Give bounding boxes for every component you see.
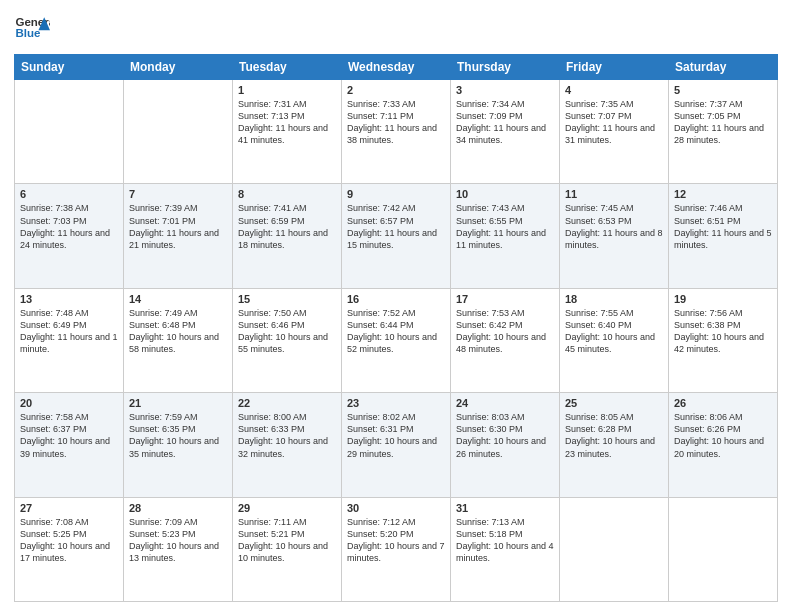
day-info: Sunrise: 7:55 AMSunset: 6:40 PMDaylight:… bbox=[565, 307, 663, 356]
week-row-4: 20Sunrise: 7:58 AMSunset: 6:37 PMDayligh… bbox=[15, 393, 778, 497]
day-info: Sunrise: 7:50 AMSunset: 6:46 PMDaylight:… bbox=[238, 307, 336, 356]
day-cell bbox=[15, 80, 124, 184]
day-cell: 14Sunrise: 7:49 AMSunset: 6:48 PMDayligh… bbox=[124, 288, 233, 392]
week-row-2: 6Sunrise: 7:38 AMSunset: 7:03 PMDaylight… bbox=[15, 184, 778, 288]
weekday-header-row: SundayMondayTuesdayWednesdayThursdayFrid… bbox=[15, 55, 778, 80]
day-number: 30 bbox=[347, 502, 445, 514]
header: General Blue bbox=[14, 10, 778, 46]
day-number: 16 bbox=[347, 293, 445, 305]
day-number: 31 bbox=[456, 502, 554, 514]
day-cell: 5Sunrise: 7:37 AMSunset: 7:05 PMDaylight… bbox=[669, 80, 778, 184]
day-info: Sunrise: 7:43 AMSunset: 6:55 PMDaylight:… bbox=[456, 202, 554, 251]
day-cell: 10Sunrise: 7:43 AMSunset: 6:55 PMDayligh… bbox=[451, 184, 560, 288]
day-info: Sunrise: 8:02 AMSunset: 6:31 PMDaylight:… bbox=[347, 411, 445, 460]
weekday-header-sunday: Sunday bbox=[15, 55, 124, 80]
day-number: 15 bbox=[238, 293, 336, 305]
day-info: Sunrise: 7:53 AMSunset: 6:42 PMDaylight:… bbox=[456, 307, 554, 356]
day-cell: 22Sunrise: 8:00 AMSunset: 6:33 PMDayligh… bbox=[233, 393, 342, 497]
day-cell: 15Sunrise: 7:50 AMSunset: 6:46 PMDayligh… bbox=[233, 288, 342, 392]
day-number: 5 bbox=[674, 84, 772, 96]
svg-text:Blue: Blue bbox=[15, 27, 41, 39]
day-number: 25 bbox=[565, 397, 663, 409]
day-number: 4 bbox=[565, 84, 663, 96]
day-cell: 18Sunrise: 7:55 AMSunset: 6:40 PMDayligh… bbox=[560, 288, 669, 392]
day-cell: 20Sunrise: 7:58 AMSunset: 6:37 PMDayligh… bbox=[15, 393, 124, 497]
day-cell bbox=[560, 497, 669, 601]
day-number: 27 bbox=[20, 502, 118, 514]
day-cell: 26Sunrise: 8:06 AMSunset: 6:26 PMDayligh… bbox=[669, 393, 778, 497]
day-number: 22 bbox=[238, 397, 336, 409]
day-info: Sunrise: 7:38 AMSunset: 7:03 PMDaylight:… bbox=[20, 202, 118, 251]
page: General Blue SundayMondayTuesdayWednesda… bbox=[0, 0, 792, 612]
day-cell bbox=[124, 80, 233, 184]
day-number: 9 bbox=[347, 188, 445, 200]
weekday-header-wednesday: Wednesday bbox=[342, 55, 451, 80]
day-number: 26 bbox=[674, 397, 772, 409]
day-info: Sunrise: 7:39 AMSunset: 7:01 PMDaylight:… bbox=[129, 202, 227, 251]
day-cell: 29Sunrise: 7:11 AMSunset: 5:21 PMDayligh… bbox=[233, 497, 342, 601]
day-number: 23 bbox=[347, 397, 445, 409]
day-info: Sunrise: 7:09 AMSunset: 5:23 PMDaylight:… bbox=[129, 516, 227, 565]
day-info: Sunrise: 8:05 AMSunset: 6:28 PMDaylight:… bbox=[565, 411, 663, 460]
logo: General Blue bbox=[14, 10, 54, 46]
day-info: Sunrise: 7:42 AMSunset: 6:57 PMDaylight:… bbox=[347, 202, 445, 251]
day-info: Sunrise: 7:34 AMSunset: 7:09 PMDaylight:… bbox=[456, 98, 554, 147]
day-cell: 25Sunrise: 8:05 AMSunset: 6:28 PMDayligh… bbox=[560, 393, 669, 497]
day-info: Sunrise: 8:03 AMSunset: 6:30 PMDaylight:… bbox=[456, 411, 554, 460]
day-number: 11 bbox=[565, 188, 663, 200]
day-number: 19 bbox=[674, 293, 772, 305]
day-cell: 7Sunrise: 7:39 AMSunset: 7:01 PMDaylight… bbox=[124, 184, 233, 288]
day-cell: 1Sunrise: 7:31 AMSunset: 7:13 PMDaylight… bbox=[233, 80, 342, 184]
day-cell: 23Sunrise: 8:02 AMSunset: 6:31 PMDayligh… bbox=[342, 393, 451, 497]
day-info: Sunrise: 7:13 AMSunset: 5:18 PMDaylight:… bbox=[456, 516, 554, 565]
weekday-header-friday: Friday bbox=[560, 55, 669, 80]
weekday-header-monday: Monday bbox=[124, 55, 233, 80]
day-info: Sunrise: 8:00 AMSunset: 6:33 PMDaylight:… bbox=[238, 411, 336, 460]
calendar-table: SundayMondayTuesdayWednesdayThursdayFrid… bbox=[14, 54, 778, 602]
day-info: Sunrise: 7:56 AMSunset: 6:38 PMDaylight:… bbox=[674, 307, 772, 356]
day-cell: 24Sunrise: 8:03 AMSunset: 6:30 PMDayligh… bbox=[451, 393, 560, 497]
day-cell bbox=[669, 497, 778, 601]
day-info: Sunrise: 7:46 AMSunset: 6:51 PMDaylight:… bbox=[674, 202, 772, 251]
day-number: 21 bbox=[129, 397, 227, 409]
day-cell: 12Sunrise: 7:46 AMSunset: 6:51 PMDayligh… bbox=[669, 184, 778, 288]
day-cell: 13Sunrise: 7:48 AMSunset: 6:49 PMDayligh… bbox=[15, 288, 124, 392]
day-cell: 19Sunrise: 7:56 AMSunset: 6:38 PMDayligh… bbox=[669, 288, 778, 392]
week-row-3: 13Sunrise: 7:48 AMSunset: 6:49 PMDayligh… bbox=[15, 288, 778, 392]
day-number: 14 bbox=[129, 293, 227, 305]
day-cell: 21Sunrise: 7:59 AMSunset: 6:35 PMDayligh… bbox=[124, 393, 233, 497]
day-number: 7 bbox=[129, 188, 227, 200]
day-cell: 6Sunrise: 7:38 AMSunset: 7:03 PMDaylight… bbox=[15, 184, 124, 288]
weekday-header-tuesday: Tuesday bbox=[233, 55, 342, 80]
day-info: Sunrise: 7:33 AMSunset: 7:11 PMDaylight:… bbox=[347, 98, 445, 147]
day-number: 3 bbox=[456, 84, 554, 96]
day-cell: 30Sunrise: 7:12 AMSunset: 5:20 PMDayligh… bbox=[342, 497, 451, 601]
day-number: 2 bbox=[347, 84, 445, 96]
day-number: 10 bbox=[456, 188, 554, 200]
day-number: 20 bbox=[20, 397, 118, 409]
day-info: Sunrise: 7:11 AMSunset: 5:21 PMDaylight:… bbox=[238, 516, 336, 565]
day-info: Sunrise: 7:49 AMSunset: 6:48 PMDaylight:… bbox=[129, 307, 227, 356]
day-number: 1 bbox=[238, 84, 336, 96]
day-info: Sunrise: 7:59 AMSunset: 6:35 PMDaylight:… bbox=[129, 411, 227, 460]
weekday-header-thursday: Thursday bbox=[451, 55, 560, 80]
day-info: Sunrise: 7:31 AMSunset: 7:13 PMDaylight:… bbox=[238, 98, 336, 147]
day-cell: 8Sunrise: 7:41 AMSunset: 6:59 PMDaylight… bbox=[233, 184, 342, 288]
day-cell: 28Sunrise: 7:09 AMSunset: 5:23 PMDayligh… bbox=[124, 497, 233, 601]
week-row-5: 27Sunrise: 7:08 AMSunset: 5:25 PMDayligh… bbox=[15, 497, 778, 601]
day-info: Sunrise: 7:58 AMSunset: 6:37 PMDaylight:… bbox=[20, 411, 118, 460]
day-cell: 3Sunrise: 7:34 AMSunset: 7:09 PMDaylight… bbox=[451, 80, 560, 184]
day-number: 6 bbox=[20, 188, 118, 200]
day-info: Sunrise: 7:41 AMSunset: 6:59 PMDaylight:… bbox=[238, 202, 336, 251]
day-cell: 4Sunrise: 7:35 AMSunset: 7:07 PMDaylight… bbox=[560, 80, 669, 184]
day-number: 28 bbox=[129, 502, 227, 514]
day-cell: 16Sunrise: 7:52 AMSunset: 6:44 PMDayligh… bbox=[342, 288, 451, 392]
day-info: Sunrise: 8:06 AMSunset: 6:26 PMDaylight:… bbox=[674, 411, 772, 460]
day-info: Sunrise: 7:37 AMSunset: 7:05 PMDaylight:… bbox=[674, 98, 772, 147]
day-cell: 11Sunrise: 7:45 AMSunset: 6:53 PMDayligh… bbox=[560, 184, 669, 288]
day-number: 29 bbox=[238, 502, 336, 514]
day-cell: 27Sunrise: 7:08 AMSunset: 5:25 PMDayligh… bbox=[15, 497, 124, 601]
day-info: Sunrise: 7:52 AMSunset: 6:44 PMDaylight:… bbox=[347, 307, 445, 356]
logo-icon: General Blue bbox=[14, 10, 50, 46]
weekday-header-saturday: Saturday bbox=[669, 55, 778, 80]
